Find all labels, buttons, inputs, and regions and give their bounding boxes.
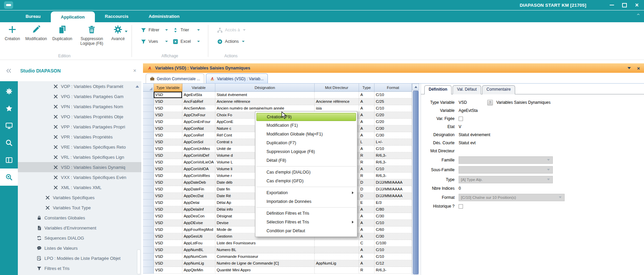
context-menu-item[interactable]: Modification (F1) (255, 121, 357, 130)
context-menu-item[interactable]: Sélection Filtres et Tris (255, 218, 357, 226)
cell-format[interactable]: C/30 (374, 125, 412, 132)
column-header[interactable]: Variable (182, 84, 215, 92)
tab-administration[interactable]: Administration (139, 10, 190, 22)
cell-type-variable[interactable]: VSD (154, 226, 182, 233)
tree-item[interactable]: Variables d'Environnement (18, 223, 141, 233)
row-header-cell[interactable] (143, 247, 154, 253)
row-header-cell[interactable] (143, 233, 154, 240)
cell-type[interactable]: R (359, 152, 374, 159)
maximize-button[interactable] (622, 3, 627, 7)
column-header[interactable]: Mot Directeur (315, 84, 359, 92)
cell-format[interactable]: C/10 (374, 247, 412, 253)
row-header-cell[interactable] (143, 260, 154, 267)
cell-type-variable[interactable]: VSD (154, 186, 182, 193)
cell-variable[interactable]: AppQteMin (182, 267, 215, 274)
search-rail-button[interactable] (0, 134, 18, 151)
table-row[interactable]: VSD AgeEvtSta Statut évènement A C/10 (143, 92, 412, 98)
row-header-cell[interactable] (143, 125, 154, 132)
table-scrollbar[interactable] (412, 84, 419, 275)
cell-format[interactable]: C/12 (374, 260, 412, 267)
cell-variable[interactable]: AppConUnMes (182, 146, 215, 152)
table-row[interactable]: VSD AncFabRef Ancienne référence Ancienn… (143, 98, 412, 105)
cell-type-variable[interactable]: VSD (154, 220, 182, 226)
cell-type[interactable]: A (359, 247, 374, 253)
cell-format[interactable]: C/10 (374, 105, 412, 112)
detail-tab[interactable]: Val. Défaut (453, 85, 481, 94)
cell-type-variable[interactable]: VSD (154, 166, 182, 173)
cell-variable[interactable]: AncFabRef (182, 98, 215, 105)
tree-item[interactable]: Séquences DIALOG (18, 233, 141, 243)
avance-button[interactable]: Avancé (111, 25, 125, 41)
cell-type[interactable]: A (359, 119, 374, 125)
cell-type-variable[interactable]: VSD (154, 139, 182, 146)
cell-designation[interactable]: Liste des Fournisseurs (215, 240, 315, 247)
cell-type-variable[interactable]: VSD (154, 247, 182, 253)
row-header-cell[interactable] (143, 132, 154, 139)
tree-item[interactable]: VPG : Variables Partagées Gam (18, 91, 141, 101)
panel-menu-arrow-icon[interactable] (628, 67, 631, 69)
tree-item[interactable]: LPO : Modèles de Liste Partagée Objet (18, 253, 141, 263)
scroll-up-arrow[interactable] (136, 85, 139, 88)
cell-format[interactable]: D/JJ/MM/AAAA (374, 179, 412, 186)
tree-item[interactable]: Constantes Globales (18, 213, 141, 223)
object-search-rail-button[interactable] (0, 169, 18, 186)
table-row[interactable]: VSD AppNumBL Numero BL A C/10 (143, 247, 412, 253)
cell-format[interactable]: D/JJ/MM/AAAA (374, 193, 412, 200)
cell-format[interactable]: R/6,3- (374, 159, 412, 166)
cell-variable[interactable]: AppChxFour (182, 112, 215, 119)
tree-item[interactable]: VPN : Variables Partagées Nom (18, 101, 141, 112)
cell-type-variable[interactable]: VSD (154, 146, 182, 152)
cell-type[interactable]: L (359, 139, 374, 146)
cell-variable[interactable]: AppNumCom (182, 253, 215, 260)
cell-mot-directeur[interactable] (315, 267, 359, 274)
cell-variable[interactable]: AppDateFin (182, 186, 215, 193)
column-header[interactable]: Format (374, 84, 412, 92)
cell-type-variable[interactable]: VSD (154, 119, 182, 125)
table-row[interactable]: VSD AppQteMin Quantité Mini Appro R R/6,… (143, 267, 412, 274)
sidebar-close-button[interactable]: × (133, 68, 136, 73)
cell-format[interactable]: C/30 (374, 132, 412, 139)
tree-item[interactable]: VPP : Variables Partagées Propri (18, 122, 141, 132)
trier-button[interactable]: Trier (173, 26, 200, 34)
cell-designation[interactable]: Numero BL (215, 247, 315, 253)
cell-type[interactable]: A (359, 206, 374, 213)
cell-format[interactable]: C/30 (374, 233, 412, 240)
cell-type-variable[interactable]: VSD (154, 233, 182, 240)
cell-format[interactable]: C/30 (374, 213, 412, 220)
row-header-cell[interactable] (143, 98, 154, 105)
checkbox[interactable] (459, 204, 463, 209)
cell-type[interactable]: A (359, 166, 374, 173)
cell-type[interactable]: R (359, 173, 374, 179)
cell-mot-directeur[interactable]: AppNumLig (315, 260, 359, 267)
tree-item[interactable]: Variables Tout Type (18, 203, 141, 213)
cell-type[interactable]: A (359, 253, 374, 260)
cell-format[interactable]: C/10 (374, 166, 412, 173)
cell-format[interactable]: C/10 (374, 220, 412, 226)
row-header-cell[interactable] (143, 220, 154, 226)
cell-format[interactable]: C/20 (374, 119, 412, 125)
cell-type-variable[interactable]: VSD (154, 253, 182, 260)
cell-variable[interactable]: AgeEvtSta (182, 92, 215, 98)
row-header-cell[interactable] (143, 193, 154, 200)
cell-format[interactable]: L+/- (374, 139, 412, 146)
row-header-cell[interactable] (143, 206, 154, 213)
cell-variable[interactable]: AppDelai (182, 200, 215, 206)
cell-type-variable[interactable]: VSD (154, 98, 182, 105)
tab-application[interactable]: Application (51, 11, 95, 23)
tab-raccourcis[interactable]: Raccourcis (95, 10, 139, 22)
context-menu-item[interactable]: Création (F9) (256, 113, 356, 121)
dropdown-arrow-icon[interactable] (165, 29, 168, 31)
cell-type-variable[interactable]: VSD (154, 213, 182, 220)
cell-mot-directeur[interactable] (315, 253, 359, 260)
cell-type[interactable]: A (359, 146, 374, 152)
tree-item[interactable]: Listes de Valeurs (18, 243, 141, 253)
cell-type[interactable]: A (359, 112, 374, 119)
context-menu-item[interactable]: Duplication (F7) (255, 139, 357, 147)
tree-item[interactable]: Variables Spécifiques (18, 192, 141, 203)
cell-variable[interactable]: AppConSol (182, 139, 215, 146)
tree-item[interactable]: VPR : Variables Propriétés (18, 132, 141, 142)
cell-variable[interactable]: AppConVolLieOA (182, 159, 215, 166)
cell-type-variable[interactable]: VSD (154, 152, 182, 159)
table-row[interactable]: VSD AppNumCom Commande Fournisseur A C/1… (143, 253, 412, 260)
vues-button[interactable]: Vues (141, 38, 168, 45)
